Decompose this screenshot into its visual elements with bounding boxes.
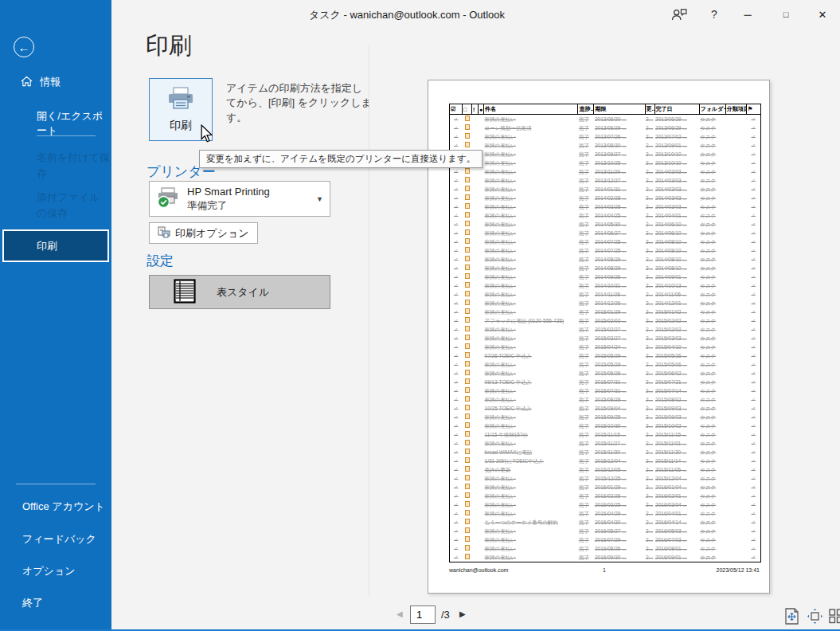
cell-modified: 2... <box>645 159 654 167</box>
cell-attachment <box>479 457 484 465</box>
page-number-input[interactable] <box>410 606 436 624</box>
fit-one-page-icon[interactable] <box>805 606 824 625</box>
cell-due-date: 2015/11/30 ... <box>594 448 645 457</box>
task-clipboard-icon <box>465 282 470 288</box>
cell-complete-checkbox: ✓ <box>450 229 463 237</box>
cell-completed-date: 2014/04/01 ... <box>654 211 699 220</box>
sidebar-item-open-export[interactable]: 開く/エクスポート <box>37 109 111 138</box>
cell-subject: 家賃の支払い <box>484 325 578 334</box>
task-row: ✓家賃の支払い完了2015/03/27 ...2...2015/03/03 ..… <box>450 334 761 343</box>
cell-folder: タスク <box>699 509 725 518</box>
cell-attachment <box>479 527 484 535</box>
cell-progress: 完了 <box>578 351 594 360</box>
cell-flag: ✓ <box>746 264 760 272</box>
table-style-icon <box>174 279 196 306</box>
cell-subject: 家賃の支払い <box>484 237 578 246</box>
cell-subject: 07/26 TOEIC 申込み <box>484 351 578 360</box>
sidebar-item-exit[interactable]: 終了 <box>22 596 43 610</box>
cell-completed-date: 2014/06/10 ... <box>654 229 699 237</box>
task-clipboard-icon <box>465 326 470 331</box>
cell-categories <box>725 413 746 421</box>
cell-priority <box>472 421 479 430</box>
cell-progress: 完了 <box>578 325 594 334</box>
cell-folder: タスク <box>699 351 725 360</box>
sidebar-item-save-attachments: 添付ファイルの保存 <box>37 190 110 221</box>
cell-flag: ✓ <box>746 246 760 255</box>
multiple-pages-icon[interactable] <box>826 606 840 625</box>
cell-complete-checkbox: ✓ <box>450 518 463 527</box>
cell-flag: ✓ <box>746 360 760 369</box>
cell-modified: 2... <box>645 132 654 141</box>
cell-attachment <box>479 211 484 220</box>
cell-flag: ✓ <box>746 378 760 386</box>
cell-flag: ✓ <box>746 492 760 500</box>
footer-datetime: 2023/05/12 13:41 <box>656 567 760 573</box>
cell-attachment <box>479 316 484 325</box>
cell-completed-date: 2016/08/01 ... <box>654 544 699 553</box>
sidebar-item-info[interactable]: 情報 <box>21 75 61 89</box>
maximize-button[interactable]: □ <box>776 6 796 23</box>
sidebar-item-office-account[interactable]: Office アカウント <box>22 500 105 514</box>
cell-due-date: 2014/05/30 ... <box>594 220 645 229</box>
cell-complete-checkbox: ✓ <box>450 500 463 509</box>
cell-flag: ✓ <box>746 544 760 553</box>
cell-completed-date: 2016/01/04 ... <box>654 483 699 492</box>
cell-flag: ✓ <box>746 229 760 237</box>
column-header-flag: ⚑ <box>746 104 760 115</box>
cell-progress: 完了 <box>578 448 594 457</box>
task-clipboard-icon <box>465 378 470 384</box>
sidebar-item-options[interactable]: オプション <box>22 564 76 578</box>
cell-task-type-icon <box>463 202 472 211</box>
cell-modified: 2... <box>645 439 654 448</box>
cell-complete-checkbox: ✓ <box>450 360 463 369</box>
cell-complete-checkbox: ✓ <box>450 430 463 439</box>
cell-complete-checkbox: ✓ <box>450 351 463 360</box>
cell-due-date: 2015/09/25 ... <box>594 413 645 421</box>
back-button[interactable]: ← <box>14 37 34 57</box>
window-title: タスク - wanichan@outlook.com - Outlook <box>309 8 505 22</box>
cell-progress: 完了 <box>578 465 594 474</box>
cell-categories <box>725 211 746 220</box>
cell-flag: ✓ <box>746 430 760 439</box>
print-description: アイテムの印刷方法を指定してから、[印刷] をクリックします。 <box>226 81 373 125</box>
sidebar-item-label: Office アカウント <box>22 500 105 512</box>
minimize-button[interactable]: ─ <box>737 6 758 23</box>
close-button[interactable]: ✕ <box>812 6 833 23</box>
cell-categories <box>725 185 746 194</box>
cell-due-date: 2014/09/26 ... <box>594 272 645 281</box>
task-row: ✓家賃の支払い完了2014/08/29 ...2...2014/08/10 ..… <box>450 255 761 264</box>
account-feedback-icon[interactable] <box>669 6 690 23</box>
cell-modified: 2... <box>645 237 654 246</box>
cell-folder: タスク <box>699 492 725 500</box>
cell-due-date: 2016/03/25 ... <box>594 500 645 509</box>
cell-modified: 2... <box>645 369 654 378</box>
task-clipboard-icon <box>465 186 470 191</box>
cell-complete-checkbox: ✓ <box>450 413 463 421</box>
cell-attachment <box>479 220 484 229</box>
table-style-button[interactable]: 表スタイル <box>149 275 330 309</box>
cell-complete-checkbox: ✓ <box>450 281 463 290</box>
cell-flag: ✓ <box>746 448 760 457</box>
help-button[interactable]: ? <box>704 6 725 23</box>
cell-priority <box>472 535 479 544</box>
cell-subject: 家賃の支払い <box>484 483 578 492</box>
cell-due-date: 2016/05/27 ... <box>594 527 645 535</box>
cell-categories <box>725 290 746 299</box>
preview-page-footer: wanichan@outlook.com 1 2023/05/12 13:41 <box>449 567 760 573</box>
previous-page-icon[interactable]: ◀ <box>397 609 403 618</box>
cell-priority <box>472 351 479 360</box>
cell-progress: 完了 <box>578 439 594 448</box>
next-page-icon[interactable]: ▶ <box>459 609 466 618</box>
print-options-button[interactable]: 印刷オプション <box>149 222 258 244</box>
cell-flag: ✓ <box>746 272 760 281</box>
task-clipboard-icon <box>465 177 470 182</box>
actual-size-icon[interactable] <box>783 606 802 625</box>
cell-progress: 完了 <box>578 413 594 421</box>
printer-dropdown[interactable]: HP Smart Printing 準備完了 ▼ <box>149 181 330 217</box>
sidebar-item-feedback[interactable]: フィードバック <box>22 532 96 547</box>
cell-complete-checkbox: ✓ <box>450 483 463 492</box>
cell-priority <box>472 483 479 492</box>
cell-progress: 完了 <box>578 281 594 290</box>
cell-categories <box>725 141 746 150</box>
sidebar-item-print-selected[interactable]: 印刷 <box>2 229 109 262</box>
